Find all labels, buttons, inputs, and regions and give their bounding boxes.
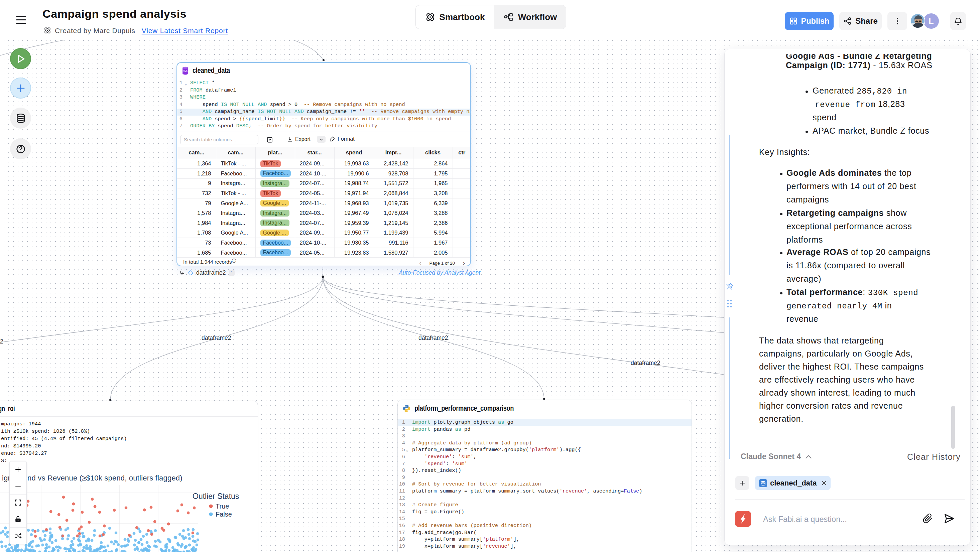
svg-text:False: False: [216, 511, 232, 518]
svg-text:True: True: [216, 503, 229, 510]
svg-text:SQL: SQL: [183, 70, 188, 72]
svg-text:Outlier Status: Outlier Status: [192, 492, 239, 501]
